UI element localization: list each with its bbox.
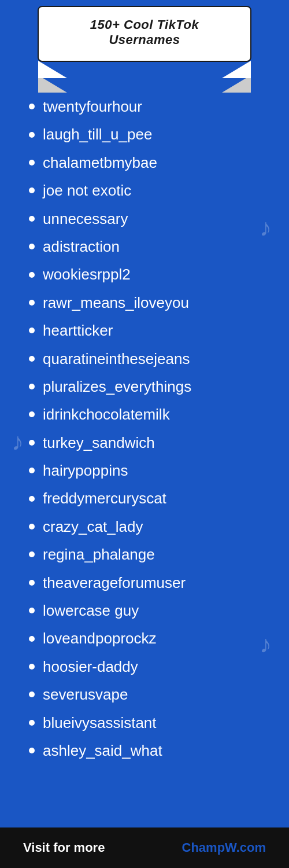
bullet-icon bbox=[29, 496, 35, 502]
bullet-icon bbox=[29, 692, 35, 697]
username-text: rawr_means_iloveyou bbox=[43, 292, 189, 313]
bullet-icon bbox=[29, 608, 35, 613]
list-item: idrinkchocolatemilk bbox=[29, 400, 272, 428]
list-item: severusvape bbox=[29, 681, 272, 708]
username-text: joe not exotic bbox=[43, 180, 131, 201]
list-item: theaverageforumuser bbox=[29, 569, 272, 597]
banner-container: 150+ Cool TikTok Usernames bbox=[0, 0, 289, 75]
bullet-icon bbox=[29, 720, 35, 726]
list-item: ashley_said_what bbox=[29, 737, 272, 764]
bullet-icon bbox=[29, 664, 35, 670]
tiktok-watermark-1: ♪ bbox=[260, 214, 272, 242]
bullet-icon bbox=[29, 551, 35, 557]
username-text: laugh_till_u_pee bbox=[43, 124, 152, 145]
list-item: chalametbmybae bbox=[29, 149, 272, 176]
username-text: loveandpoprockz bbox=[43, 628, 157, 649]
list-item: heartticker bbox=[29, 317, 272, 344]
bullet-icon bbox=[29, 272, 35, 278]
username-text: adistraction bbox=[43, 236, 120, 257]
username-text: lowercase guy bbox=[43, 600, 139, 621]
list-item: laugh_till_u_pee bbox=[29, 120, 272, 148]
bullet-icon bbox=[29, 160, 35, 165]
bullet-icon bbox=[29, 356, 35, 362]
list-item: crazy_cat_lady bbox=[29, 513, 272, 540]
bullet-icon bbox=[29, 411, 35, 417]
bullet-icon bbox=[29, 748, 35, 753]
bullet-icon bbox=[29, 384, 35, 389]
bullet-icon bbox=[29, 132, 35, 138]
username-text: chalametbmybae bbox=[43, 152, 157, 173]
bullet-icon bbox=[29, 104, 35, 109]
username-text: unnecessary bbox=[43, 208, 128, 229]
list-item: freddymercuryscat bbox=[29, 484, 272, 512]
footer: Visit for more ChampW.com bbox=[0, 827, 289, 868]
username-text: freddymercuryscat bbox=[43, 488, 166, 509]
bullet-icon bbox=[29, 216, 35, 222]
list-item: lowercase guy bbox=[29, 597, 272, 624]
main-content: twentyfourhourlaugh_till_u_peechalametbm… bbox=[0, 81, 289, 776]
username-text: ashley_said_what bbox=[43, 740, 162, 761]
footer-website: ChampW.com bbox=[182, 840, 266, 855]
username-text: twentyfourhour bbox=[43, 96, 142, 117]
list-item: hairypoppins bbox=[29, 457, 272, 484]
list-item: blueivysassistant bbox=[29, 709, 272, 737]
bullet-icon bbox=[29, 328, 35, 333]
list-item: hoosier-daddy bbox=[29, 653, 272, 681]
username-text: blueivysassistant bbox=[43, 712, 157, 733]
list-item: turkey_sandwich bbox=[29, 429, 272, 457]
list-item: unnecessary bbox=[29, 205, 272, 233]
list-item: loveandpoprockz bbox=[29, 624, 272, 652]
username-text: severusvape bbox=[43, 684, 128, 705]
username-text: crazy_cat_lady bbox=[43, 516, 143, 537]
tiktok-watermark-2: ♪ bbox=[12, 428, 24, 456]
bullet-icon bbox=[29, 636, 35, 642]
username-text: heartticker bbox=[43, 320, 113, 341]
username-text: quaratineinthesejeans bbox=[43, 348, 190, 369]
bullet-icon bbox=[29, 300, 35, 306]
list-item: twentyfourhour bbox=[29, 93, 272, 120]
username-text: hoosier-daddy bbox=[43, 656, 138, 677]
bullet-icon bbox=[29, 187, 35, 193]
username-text: hairypoppins bbox=[43, 460, 128, 481]
footer-visit-more: Visit for more bbox=[23, 840, 105, 855]
list-item: wookiesrppl2 bbox=[29, 260, 272, 288]
bullet-icon bbox=[29, 468, 35, 473]
bullet-icon bbox=[29, 244, 35, 249]
list-item: pluralizes_everythings bbox=[29, 373, 272, 400]
username-text: theaverageforumuser bbox=[43, 572, 186, 593]
username-text: pluralizes_everythings bbox=[43, 376, 191, 397]
banner-title: 150+ Cool TikTok Usernames bbox=[90, 17, 199, 47]
tiktok-watermark-3: ♪ bbox=[260, 631, 272, 659]
username-text: wookiesrppl2 bbox=[43, 264, 131, 285]
username-list: twentyfourhourlaugh_till_u_peechalametbm… bbox=[29, 93, 272, 764]
list-item: quaratineinthesejeans bbox=[29, 345, 272, 373]
username-text: idrinkchocolatemilk bbox=[43, 404, 170, 425]
list-item: rawr_means_iloveyou bbox=[29, 289, 272, 317]
bullet-icon bbox=[29, 524, 35, 529]
list-item: adistraction bbox=[29, 233, 272, 260]
banner: 150+ Cool TikTok Usernames bbox=[38, 6, 251, 62]
list-item: joe not exotic bbox=[29, 176, 272, 204]
bullet-icon bbox=[29, 440, 35, 446]
username-text: regina_phalange bbox=[43, 544, 155, 565]
bullet-icon bbox=[29, 580, 35, 586]
username-text: turkey_sandwich bbox=[43, 432, 155, 453]
list-item: regina_phalange bbox=[29, 540, 272, 568]
